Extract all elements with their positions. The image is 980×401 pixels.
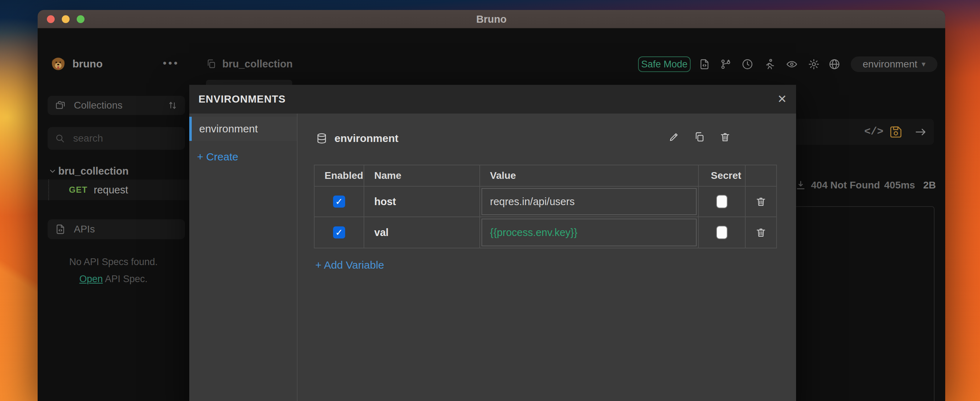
folders-icon — [55, 100, 66, 111]
open-api-spec-line: Open API Spec. — [38, 274, 189, 285]
gear-icon[interactable] — [807, 58, 820, 71]
table-row-cell — [699, 217, 746, 248]
environment-header: environment — [316, 130, 398, 147]
collection-tab[interactable]: bru_collection — [206, 54, 293, 74]
create-environment-button[interactable]: + Create — [197, 149, 238, 165]
eye-icon[interactable] — [786, 58, 798, 71]
open-api-spec-link[interactable]: Open — [79, 274, 103, 284]
safe-mode-badge[interactable]: Safe Mode — [638, 56, 690, 72]
collection-name: bru_collection — [58, 163, 129, 179]
sidebar-item-apis[interactable]: APIs — [48, 219, 185, 239]
send-request-icon[interactable] — [914, 125, 928, 139]
save-icon[interactable] — [889, 125, 903, 139]
titlebar: Bruno — [38, 10, 945, 29]
environment-nav-item[interactable]: environment — [189, 117, 297, 141]
response-size: 2B — [923, 179, 936, 192]
table-row-cell: {{process.env.key}} — [480, 217, 699, 248]
trash-icon[interactable] — [755, 227, 767, 238]
chevron-down-icon — [48, 167, 57, 175]
edit-icon[interactable] — [668, 131, 679, 143]
globe-icon[interactable] — [828, 58, 841, 71]
clock-icon[interactable] — [741, 58, 754, 71]
response-status-text: 404 Not Found — [811, 179, 880, 192]
table-row-cell — [746, 187, 776, 217]
modal-title: ENVIRONMENTS — [199, 85, 286, 114]
environment-selector[interactable]: environment ▾ — [851, 56, 937, 72]
file-code-icon — [55, 223, 66, 235]
environments-nav: environment + Create — [189, 114, 298, 401]
account-row: bruno ••• — [38, 54, 189, 74]
enabled-checkbox[interactable]: ✓ — [333, 227, 345, 238]
runner-icon[interactable] — [763, 58, 776, 71]
code-view-icon[interactable]: </> — [864, 119, 883, 145]
download-icon[interactable] — [795, 179, 807, 191]
variable-name-cell[interactable]: val — [364, 217, 480, 248]
environment-actions — [668, 131, 731, 143]
collection-tree-item[interactable]: bru_collection — [38, 163, 189, 179]
variables-table: Enabled Name Value Secret ✓ host reqres.… — [314, 165, 777, 249]
col-header-actions — [746, 165, 776, 187]
table-row-cell: ✓ — [315, 217, 364, 248]
apis-label: APIs — [74, 223, 95, 235]
col-header-enabled: Enabled — [315, 165, 364, 187]
sort-icon[interactable] — [167, 100, 178, 111]
table-row-cell — [746, 217, 776, 248]
account-name: bruno — [72, 54, 103, 74]
environment-selector-label: environment — [862, 59, 917, 70]
add-variable-button[interactable]: + Add Variable — [315, 257, 384, 273]
table-row-cell — [699, 187, 746, 217]
collection-tab-label: bru_collection — [222, 58, 293, 70]
col-header-name: Name — [364, 165, 480, 187]
enabled-checkbox[interactable]: ✓ — [333, 195, 345, 208]
search-input[interactable] — [73, 133, 201, 144]
file-code-icon[interactable] — [698, 58, 711, 71]
collections-label: Collections — [74, 100, 123, 111]
window-title: Bruno — [38, 10, 945, 29]
table-row-cell: ✓ — [315, 187, 364, 217]
variable-value-input[interactable]: reqres.in/api/users — [482, 188, 697, 215]
no-api-specs-text: No API Specs found. — [38, 257, 189, 268]
sidebar-menu-button[interactable]: ••• — [162, 54, 179, 72]
col-header-secret: Secret — [699, 165, 746, 187]
modal-header: ENVIRONMENTS ✕ — [189, 85, 796, 114]
response-duration: 405ms — [884, 179, 915, 192]
sidebar: bruno ••• Collections — [38, 47, 189, 401]
variable-value-input[interactable]: {{process.env.key}} — [482, 219, 697, 246]
col-header-value: Value — [480, 165, 699, 187]
desktop: Bruno — [0, 0, 980, 401]
table-row-cell: reqres.in/api/users — [480, 187, 699, 217]
app-body: bruno ••• Collections — [38, 29, 945, 401]
environment-nav-label: environment — [199, 123, 258, 135]
search-icon — [55, 133, 65, 144]
search-box — [48, 127, 185, 150]
trash-icon[interactable] — [719, 131, 731, 143]
open-api-spec-suffix: API Spec. — [103, 274, 147, 284]
environments-modal: ENVIRONMENTS ✕ environment + Create — [189, 85, 796, 401]
trash-icon[interactable] — [755, 196, 767, 207]
bruno-dog-avatar — [51, 56, 66, 72]
variable-name-cell[interactable]: host — [364, 187, 480, 217]
pages-icon — [206, 59, 216, 69]
copy-icon[interactable] — [694, 131, 705, 143]
app-window: Bruno — [38, 10, 945, 401]
environment-name: environment — [334, 132, 398, 144]
secret-checkbox[interactable] — [717, 195, 727, 208]
close-icon[interactable]: ✕ — [777, 85, 787, 114]
caret-down-icon: ▾ — [922, 60, 926, 69]
environment-detail: environment — [298, 114, 796, 401]
safe-mode-label: Safe Mode — [641, 59, 688, 70]
git-branch-icon[interactable] — [719, 58, 732, 71]
request-tab-strip[interactable] — [206, 80, 292, 85]
secret-checkbox[interactable] — [717, 227, 727, 238]
database-icon — [316, 133, 328, 144]
sidebar-item-collections[interactable]: Collections — [48, 96, 185, 115]
